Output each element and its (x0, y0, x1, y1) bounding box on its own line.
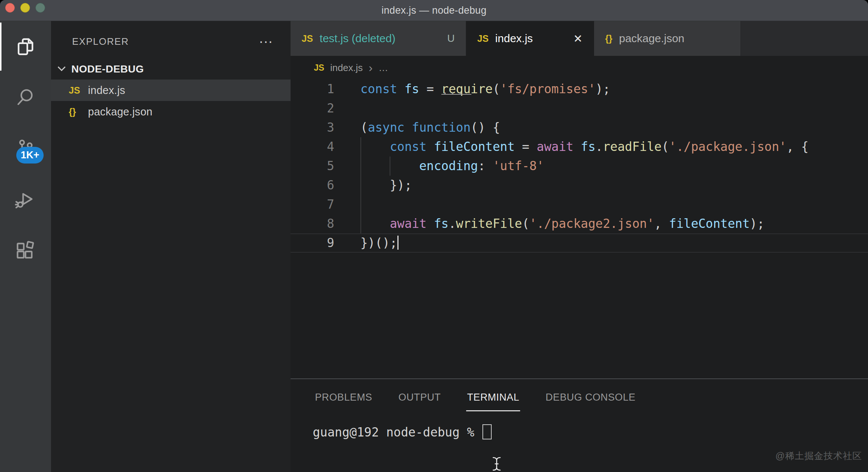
activity-item-extensions[interactable] (0, 225, 51, 276)
indent-guide (360, 137, 361, 156)
activity-item-source-control[interactable]: 1K+ (0, 123, 51, 174)
tab-test.js-deleted-[interactable]: JStest.js (deleted)U (291, 21, 466, 56)
panel-tab-problems[interactable]: PROBLEMS (314, 389, 373, 406)
json-file-icon: {} (69, 107, 88, 117)
activity-item-search[interactable] (0, 72, 51, 123)
tab-label: index.js (495, 32, 533, 45)
panel-tab-output[interactable]: OUTPUT (398, 389, 442, 406)
code-line-7: 7 (291, 195, 868, 214)
folder-row-node-debug[interactable]: NODE-DEBUG (51, 59, 291, 80)
code-line-6: 6 }); (291, 176, 868, 195)
panel-tab-terminal[interactable]: TERMINAL (466, 389, 520, 406)
js-file-icon: JS (302, 33, 313, 44)
terminal[interactable]: guang@192 node-debug % (291, 424, 868, 439)
line-number[interactable]: 1 (291, 80, 334, 99)
indent-guide (360, 195, 361, 214)
activity-item-explorer[interactable] (0, 21, 51, 72)
vscode-window: index.js — node-debug 1K+ EXPLORER ··· N… (0, 0, 868, 472)
line-number[interactable]: 5 (291, 156, 334, 176)
js-file-icon: JS (477, 33, 489, 44)
line-number[interactable]: 4 (291, 137, 334, 156)
tab-label: test.js (deleted) (320, 32, 396, 45)
tab-label: package.json (619, 32, 684, 45)
tab-bar: JStest.js (deleted)UJSindex.js✕{}package… (291, 21, 868, 56)
code-line-8: 8 await fs.writeFile('./package2.json', … (291, 214, 868, 233)
activity-bar: 1K+ (0, 21, 51, 472)
breadcrumb: JS index.js › … (291, 56, 868, 80)
code-text (360, 99, 868, 118)
sidebar-header: EXPLORER ··· (51, 21, 291, 59)
code-text: await fs.writeFile('./package2.json', fi… (360, 214, 868, 233)
line-number[interactable]: 7 (291, 195, 334, 214)
source-control-badge: 1K+ (16, 147, 44, 163)
ibeam-cursor (492, 456, 502, 471)
window-title: index.js — node-debug (0, 0, 868, 21)
code-line-1: 1const fs = require···('fs/promises'); (291, 80, 868, 99)
code-text: (async function() { (360, 118, 868, 137)
file-row-index.js[interactable]: JSindex.js (51, 80, 291, 101)
line-number[interactable]: 8 (291, 214, 334, 233)
code-text: const fileContent = await fs.readFile('.… (360, 137, 868, 156)
chevron-down-icon (58, 63, 65, 71)
indent-guide (390, 156, 390, 176)
file-name: index.js (88, 84, 125, 97)
js-file-icon: JS (69, 85, 88, 96)
file-row-package.json[interactable]: {}package.json (51, 101, 291, 122)
git-status-badge: U (447, 33, 455, 44)
code-text: encoding: 'utf-8' (360, 156, 868, 176)
breadcrumb-chevron-icon: › (369, 64, 373, 71)
sidebar-title: EXPLORER (72, 36, 129, 47)
file-name: package.json (88, 106, 153, 118)
line-number[interactable]: 9 (291, 233, 334, 253)
code-text: })(); (360, 233, 868, 253)
folder-name: NODE-DEBUG (71, 63, 144, 75)
panel-tab-debug-console[interactable]: DEBUG CONSOLE (545, 389, 636, 406)
close-window-button[interactable] (5, 3, 15, 13)
js-file-icon: JS (314, 63, 324, 73)
code-line-3: 3(async function() { (291, 118, 868, 137)
terminal-prompt: guang@192 node-debug % (313, 425, 474, 439)
explorer-icon (14, 36, 37, 58)
traffic-lights (5, 3, 45, 13)
indent-guide (360, 156, 361, 176)
line-number[interactable]: 3 (291, 118, 334, 137)
watermark: @稀土掘金技术社区 (776, 450, 862, 462)
line-number[interactable]: 2 (291, 99, 334, 118)
json-file-icon: {} (605, 33, 612, 44)
close-icon[interactable]: ✕ (573, 32, 583, 45)
editor-group: JStest.js (deleted)UJSindex.js✕{}package… (291, 21, 868, 472)
text-caret (397, 236, 399, 250)
breadcrumb-file[interactable]: index.js (330, 62, 363, 74)
activity-item-run-and-debug[interactable] (0, 174, 51, 225)
panel-tab-bar: PROBLEMSOUTPUTTERMINALDEBUG CONSOLE (291, 379, 868, 415)
tab-package.json[interactable]: {}package.json (594, 21, 741, 56)
file-tree: JSindex.js{}package.json (51, 80, 291, 122)
code-line-5: 5 encoding: 'utf-8' (291, 156, 868, 176)
code-line-4: 4 const fileContent = await fs.readFile(… (291, 137, 868, 156)
code-text: }); (360, 176, 868, 195)
breadcrumb-symbol[interactable]: … (379, 62, 388, 74)
code-line-2: 2 (291, 99, 868, 118)
run-and-debug-icon (14, 189, 37, 211)
search-icon (14, 87, 37, 109)
minimize-window-button[interactable] (20, 3, 30, 13)
terminal-cursor (482, 424, 492, 439)
zoom-window-button[interactable] (35, 3, 45, 13)
tab-index.js[interactable]: JSindex.js✕ (466, 21, 594, 56)
extensions-icon (14, 240, 37, 262)
code-text (360, 195, 868, 214)
indent-guide (360, 214, 361, 233)
titlebar: index.js — node-debug (0, 0, 868, 21)
line-number[interactable]: 6 (291, 176, 334, 195)
explorer-sidebar: EXPLORER ··· NODE-DEBUG JSindex.js{}pack… (51, 21, 291, 472)
code-text: const fs = require···('fs/promises'); (360, 80, 868, 99)
indent-guide (360, 176, 361, 195)
code-line-9: 9})(); (291, 233, 868, 253)
editor-code-area[interactable]: 1const fs = require···('fs/promises');23… (291, 80, 868, 378)
more-actions-icon[interactable]: ··· (259, 38, 273, 45)
